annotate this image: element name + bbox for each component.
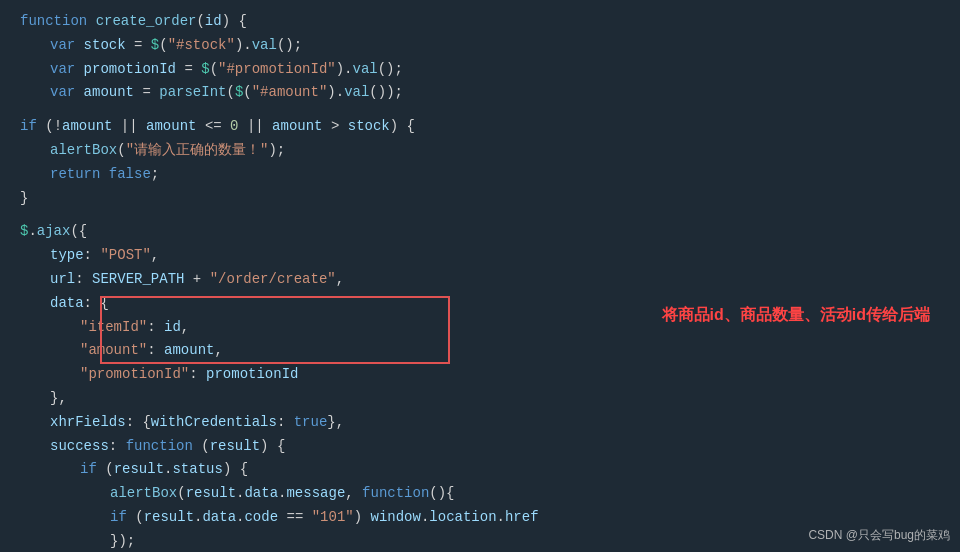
annotation: 将商品id、商品数量、活动id传给后端 xyxy=(662,305,930,326)
code-line: $.ajax({ xyxy=(0,220,960,244)
code-line: function create_order(id) { xyxy=(0,10,960,34)
code-line: var promotionId = $("#promotionId").val(… xyxy=(0,58,960,82)
code-line: "promotionId": promotionId xyxy=(0,363,960,387)
code-line: if (result.status) { xyxy=(0,458,960,482)
code-line: success: function (result) { xyxy=(0,435,960,459)
code-line: if (!amount || amount <= 0 || amount > s… xyxy=(0,115,960,139)
code-line: alertBox(result.data.message, function()… xyxy=(0,482,960,506)
code-line: type: "POST", xyxy=(0,244,960,268)
code-line: xhrFields: {withCredentials: true}, xyxy=(0,411,960,435)
code-lines: function create_order(id) {var stock = $… xyxy=(0,10,960,552)
code-container: function create_order(id) {var stock = $… xyxy=(0,0,960,552)
code-line: alertBox("请输入正确的数量！"); xyxy=(0,139,960,163)
code-line: "amount": amount, xyxy=(0,339,960,363)
code-line: url: SERVER_PATH + "/order/create", xyxy=(0,268,960,292)
code-line xyxy=(0,210,960,220)
code-line: }, xyxy=(0,387,960,411)
code-line: var amount = parseInt($("#amount").val()… xyxy=(0,81,960,105)
watermark: CSDN @只会写bug的菜鸡 xyxy=(808,527,950,544)
code-line: var stock = $("#stock").val(); xyxy=(0,34,960,58)
code-line: } xyxy=(0,187,960,211)
code-line xyxy=(0,105,960,115)
code-line: return false; xyxy=(0,163,960,187)
